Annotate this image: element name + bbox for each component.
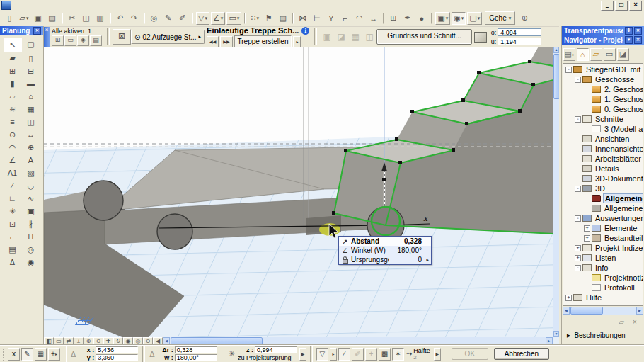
- camera-tool[interactable]: ◉: [22, 256, 40, 268]
- dr-coord-field[interactable]: 0,328: [175, 346, 217, 353]
- fillet-icon[interactable]: ◠: [353, 12, 366, 25]
- tree-expander-icon[interactable]: [575, 166, 581, 172]
- drag-handle[interactable]: [2, 348, 5, 361]
- previous-zoom-icon[interactable]: ⇄: [64, 337, 74, 345]
- tree-expander-icon[interactable]: +: [584, 225, 590, 232]
- toolbar-icon-button[interactable]: [292, 13, 294, 24]
- viewport-3d[interactable]: x Abstand0,328Winkel (W)180,00°Ursprungs…: [44, 47, 559, 345]
- toolbar-icon-button[interactable]: [192, 13, 193, 24]
- toolbar-icon-button[interactable]: [383, 13, 384, 24]
- tree-item[interactable]: Ansichten: [563, 134, 643, 144]
- toolbar-icon-button[interactable]: [110, 13, 111, 24]
- text-tool[interactable]: A: [22, 154, 40, 166]
- zoom-level-icon[interactable]: ±: [74, 337, 84, 345]
- menu-item[interactable]: [25, 5, 35, 6]
- navigator-scroll-thumb[interactable]: [570, 307, 603, 315]
- tracker-value[interactable]: 0: [391, 256, 422, 264]
- maximize-button[interactable]: □: [615, 1, 628, 11]
- tree-item[interactable]: 1. Geschoss: [563, 94, 643, 104]
- door-tool[interactable]: ▯: [22, 52, 40, 64]
- tracker-value[interactable]: 180,00°: [391, 247, 422, 254]
- tree-expander-icon[interactable]: +: [575, 245, 581, 251]
- label-tool[interactable]: A1: [4, 166, 22, 179]
- render-icon[interactable]: ●: [415, 12, 428, 25]
- tree-item[interactable]: +Hilfe: [563, 293, 643, 302]
- hotspot-tool[interactable]: ✳: [4, 205, 22, 217]
- section-tool[interactable]: ∦: [22, 217, 40, 230]
- updown-icon[interactable]: ↕: [625, 27, 633, 35]
- tree-item[interactable]: 0. Geschoss: [563, 104, 643, 114]
- trim-icon[interactable]: ⋈: [297, 12, 309, 25]
- x-toggle-button[interactable]: x: [8, 348, 20, 361]
- scroll-right-icon[interactable]: ▶: [636, 307, 643, 315]
- menu-item[interactable]: [94, 5, 104, 6]
- close-icon[interactable]: ×: [45, 27, 48, 32]
- layout-book-icon[interactable]: ▭: [604, 48, 616, 61]
- split-icon[interactable]: Y: [325, 12, 338, 25]
- mesh-tool[interactable]: ≋: [4, 103, 22, 115]
- preselection-dropdown[interactable]: ▽▾: [196, 12, 209, 25]
- tree-expander-icon[interactable]: [575, 176, 581, 182]
- detail-tool[interactable]: ◎: [22, 243, 40, 256]
- zone-tool[interactable]: ▦: [22, 103, 40, 115]
- radial-dimension-tool[interactable]: ◠: [4, 141, 22, 154]
- tree-expander-icon[interactable]: [584, 126, 590, 132]
- measure-icon[interactable]: ✐: [176, 12, 189, 25]
- open-icon[interactable]: ▱▾: [18, 12, 30, 25]
- transfer-settings-icon[interactable]: ◈: [77, 35, 89, 46]
- tree-expander-icon[interactable]: [584, 196, 590, 202]
- vertical-scrollbar[interactable]: ▲ ▼: [553, 47, 559, 337]
- new-icon[interactable]: ▯: [4, 12, 16, 25]
- snap-options-button[interactable]: ▶: [434, 348, 441, 361]
- tree-expander-icon[interactable]: +: [565, 295, 572, 301]
- cut-icon[interactable]: ✂: [66, 12, 79, 25]
- geometry-mode-combo[interactable]: Treppe erstellen: [234, 35, 292, 47]
- menu-item[interactable]: [84, 5, 94, 6]
- tree-item[interactable]: Allgemeine Axor: [563, 203, 643, 213]
- stamp-icon[interactable]: ▩: [379, 348, 391, 361]
- scroll-right-icon[interactable]: ▶: [546, 337, 553, 345]
- vertical-scroll-thumb[interactable]: [553, 54, 559, 99]
- views-dropdown[interactable]: ▣▾: [435, 12, 450, 25]
- project-chooser-icon[interactable]: ▤▸: [563, 48, 575, 61]
- markup-flag-icon[interactable]: ⚑: [263, 12, 275, 25]
- tree-expander-icon[interactable]: -: [575, 265, 581, 271]
- stair-tool[interactable]: ≡: [4, 115, 22, 128]
- tree-expander-icon[interactable]: -: [575, 116, 581, 123]
- o-field[interactable]: 4,094: [498, 28, 541, 36]
- x-coord-field[interactable]: 5,436: [96, 346, 138, 353]
- fit-in-window-icon[interactable]: ▭: [54, 337, 64, 345]
- tree-item[interactable]: -Geschosse: [563, 74, 643, 84]
- view-map-icon[interactable]: ▱: [590, 48, 602, 61]
- redo-icon[interactable]: ↷: [128, 12, 141, 25]
- guide-line-icon[interactable]: ∕: [338, 348, 350, 361]
- magic-wand-icon[interactable]: ✶: [392, 348, 404, 361]
- properties-icon[interactable]: ▱: [616, 318, 627, 327]
- tree-expander-icon[interactable]: [575, 156, 581, 162]
- line-tool[interactable]: ∕: [4, 179, 22, 192]
- chevron-down-icon[interactable]: ▾: [625, 36, 633, 44]
- tree-item[interactable]: 2. Geschoss: [563, 84, 643, 94]
- scroll-down-icon[interactable]: ▼: [553, 331, 559, 337]
- navigator-hscrollbar[interactable]: ◀ ▶: [563, 307, 643, 315]
- next-page-button[interactable]: ▶▶: [220, 36, 232, 47]
- tree-item[interactable]: Protokoll: [563, 283, 643, 293]
- toolbar-icon-button[interactable]: [62, 13, 63, 24]
- orbit-icon[interactable]: ↻: [113, 337, 123, 345]
- infobox-grip[interactable]: ×: [44, 27, 50, 47]
- publisher-icon[interactable]: ◪: [617, 48, 629, 61]
- cursor-snap-dropdown[interactable]: ▭▾: [226, 12, 241, 25]
- grundriss-schnitt-button[interactable]: Grundriss und Schnitt...: [376, 29, 472, 45]
- save-icon[interactable]: ▣: [32, 12, 45, 25]
- wall-tool[interactable]: ▰: [4, 52, 22, 64]
- beschreibungen-toggle[interactable]: ▶ Beschreibungen: [562, 329, 644, 342]
- tree-item[interactable]: -Schnitte: [563, 114, 643, 124]
- interior-elevation-tool[interactable]: ⊔: [22, 230, 40, 243]
- tree-item[interactable]: +Bestandteile: [563, 233, 643, 243]
- inject-parameters-icon[interactable]: ✎: [162, 12, 175, 25]
- relative-construction-icon[interactable]: ▽: [316, 348, 328, 361]
- tree-item[interactable]: -StiegenGDL mit Höheninf: [563, 64, 643, 74]
- tree-expander-icon[interactable]: [584, 275, 590, 281]
- worksheet-tool[interactable]: ▤: [4, 243, 22, 256]
- scroll-zoom-icon[interactable]: ◧: [44, 337, 54, 345]
